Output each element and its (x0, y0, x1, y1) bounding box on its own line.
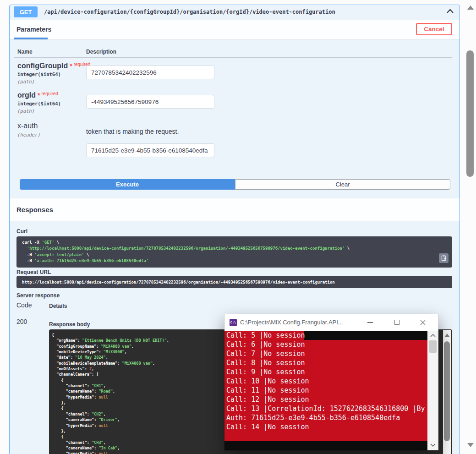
console-titlebar[interactable]: C:\ C:\Projects\MiX.Config.Frangular.API… (224, 314, 438, 331)
code-line: 'http://localhost:5000/api/device-config… (22, 246, 452, 252)
request-url-value: http://localhost:5000/api/device-configu… (22, 280, 335, 284)
code-column-header: Code (16, 301, 32, 309)
column-header-name: Name (17, 49, 33, 55)
console-line: Call: 13 |CorrelationId: 152762268354631… (226, 404, 425, 413)
tab-active-indicator (14, 38, 48, 39)
scroll-up-arrow-icon[interactable] (444, 334, 450, 337)
execute-button[interactable]: Execute (20, 179, 235, 190)
http-method-badge: GET (14, 6, 38, 17)
console-scrollbar-thumb[interactable] (429, 340, 437, 353)
table-header-divider (14, 57, 452, 58)
required-star: * (38, 92, 40, 99)
configgroupid-input[interactable] (86, 66, 214, 79)
server-response-label: Server response (16, 292, 60, 299)
response-body-label: Response body (49, 321, 90, 328)
clipboard-icon (441, 255, 447, 261)
xauth-input[interactable] (86, 143, 214, 157)
param-type: integer($int64) (17, 101, 61, 106)
status-code: 200 (16, 318, 27, 325)
code-line: -H 'x-auth: 71615d25-e3e9-4b55-b356-e610… (22, 258, 452, 264)
console-line: Call: 8 |No session (226, 358, 425, 367)
console-line: Call: 14 |No session (226, 422, 425, 432)
console-line: Call: 11 |No session (226, 386, 425, 395)
param-name-configgroupid: configGroupId*required (17, 62, 90, 70)
parameters-section-header: Parameters Cancel (10, 20, 460, 40)
console-line: Call: 7 |No session (226, 349, 425, 358)
code-line: curl -X 'GET' \ (22, 240, 452, 246)
param-location: (path) (17, 79, 35, 84)
console-line: Call: 12 |No session (226, 395, 425, 404)
console-window-title: C:\Projects\MiX.Config.Frangular.API... (240, 314, 343, 331)
cmd-app-icon: C:\ (230, 319, 237, 326)
param-description: token that is making the request. (86, 128, 179, 135)
opblock-summary[interactable]: GET /api/device-configuration/{configGro… (10, 5, 460, 19)
console-window: C:\ C:\Projects\MiX.Config.Frangular.API… (224, 314, 438, 450)
console-line: Auth: 71615d25-e3e9-4b55-b356-e6108540ed… (226, 413, 425, 422)
code-line: -H 'accept: text/plain' \ (22, 252, 452, 258)
console-line: Call: 9 |No session (226, 367, 425, 377)
response-body-scrollbar-thumb[interactable] (444, 341, 450, 441)
console-line: Call: 6 |No session (226, 340, 425, 349)
curl-command-block: curl -X 'GET' \ 'http://localhost:5000/a… (16, 236, 452, 268)
param-location: (path) (17, 108, 35, 114)
responses-title: Responses (16, 206, 53, 213)
orgid-input[interactable] (86, 95, 214, 109)
collapse-chevron-icon[interactable] (446, 8, 454, 16)
request-url-block: http://localhost:5000/api/device-configu… (16, 276, 452, 288)
minimize-button[interactable] (367, 322, 373, 323)
required-star: * (70, 62, 72, 70)
page-scroll-up-arrow-icon[interactable] (467, 5, 474, 10)
column-header-description: Description (86, 49, 116, 55)
request-url-label: Request URL (16, 269, 51, 275)
param-type: integer($int64) (17, 71, 61, 77)
tab-parameters[interactable]: Parameters (16, 26, 51, 33)
code-line: "hyperMedia": null (52, 451, 452, 454)
endpoint-path: /api/device-configuration/{configGroupId… (44, 9, 335, 15)
console-output: Call: 5 |No sessionCall: 6 |No sessionCa… (226, 331, 425, 432)
param-location: (header) (17, 132, 41, 137)
close-button[interactable] (419, 319, 427, 326)
console-line: Call: 5 |No session (226, 331, 425, 340)
scroll-down-chevron-icon[interactable] (430, 443, 436, 447)
responses-section-header: Responses (10, 198, 460, 221)
param-name-xauth: x-auth (17, 122, 38, 130)
param-name-orgid: orgId*required (17, 91, 58, 99)
cancel-button[interactable]: Cancel (416, 23, 452, 35)
close-icon (419, 319, 427, 326)
scroll-up-chevron-icon[interactable] (430, 334, 436, 337)
clear-button[interactable]: Clear (235, 179, 450, 190)
page-scroll-down-arrow-icon[interactable] (467, 443, 474, 447)
copy-to-clipboard-button[interactable] (439, 253, 449, 263)
console-scrollbar[interactable] (427, 331, 438, 450)
required-label: required (41, 91, 58, 96)
details-column-header: Details (49, 303, 67, 309)
curl-label: Curl (16, 228, 27, 235)
maximize-button[interactable] (394, 320, 399, 325)
page-scrollbar-thumb[interactable] (466, 50, 474, 177)
swagger-page: GET /api/device-configuration/{configGro… (0, 0, 476, 454)
console-line: Call: 10 |No session (226, 377, 425, 386)
